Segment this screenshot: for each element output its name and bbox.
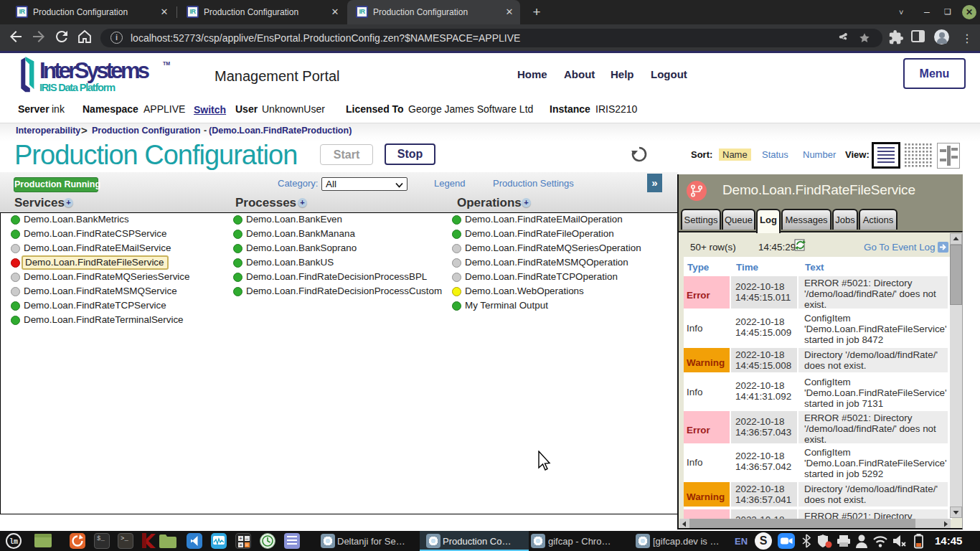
svg-text:InterSystems: InterSystems <box>39 58 149 83</box>
svg-text:IRIS Data Platform: IRIS Data Platform <box>39 82 115 93</box>
svg-text:TM: TM <box>163 61 170 66</box>
